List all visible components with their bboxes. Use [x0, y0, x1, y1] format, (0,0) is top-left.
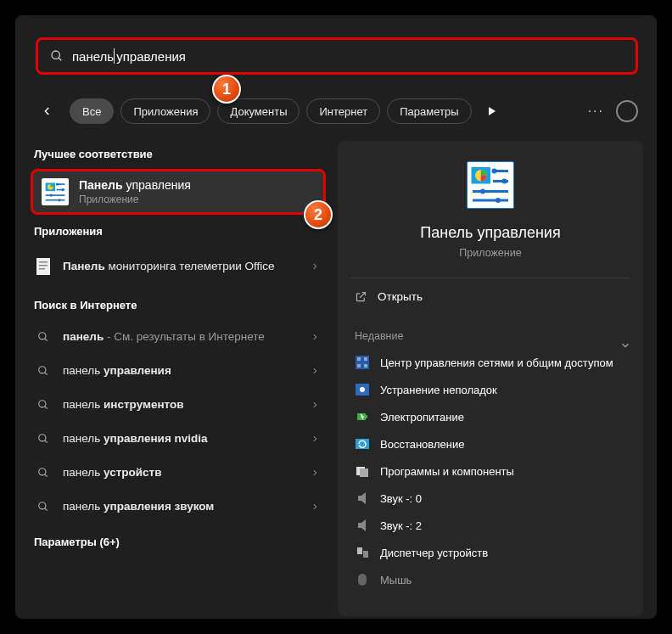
result-preview-panel: Панель управления Приложение Открыть Нед…: [338, 141, 643, 616]
app-result-office-telemetry[interactable]: Панель мониторинга телеметрии Office: [31, 246, 326, 287]
search-icon: [37, 467, 49, 479]
recent-item[interactable]: Программы и компоненты: [338, 457, 643, 485]
svg-rect-38: [473, 199, 508, 202]
recent-item-label: Устранение неполадок: [380, 384, 497, 396]
control-panel-icon-large: [467, 161, 514, 209]
search-icon: [50, 49, 64, 63]
results-left-column: Лучшее соответствие: [31, 141, 326, 557]
svg-line-18: [45, 339, 48, 341]
recent-item[interactable]: Диспетчер устройств: [338, 539, 643, 566]
web-search-header: Поиск в Интернете: [34, 299, 326, 311]
tab-apps[interactable]: Приложения: [120, 98, 210, 124]
best-match-result[interactable]: Панель управления Приложение: [31, 169, 326, 215]
open-label: Открыть: [378, 290, 423, 303]
web-result-label: панель устройств: [63, 466, 300, 480]
svg-point-39: [496, 198, 501, 203]
svg-rect-16: [39, 268, 45, 270]
recent-item[interactable]: Звук -: 0: [338, 485, 643, 512]
chevron-right-icon: [311, 331, 319, 343]
recent-item-label: Звук -: 2: [380, 519, 422, 532]
svg-rect-36: [473, 190, 508, 193]
annotation-badge-2: 2: [304, 200, 333, 229]
tab-web[interactable]: Интернет: [306, 98, 380, 124]
recent-item-label: Диспетчер устройств: [380, 547, 488, 559]
svg-rect-13: [36, 258, 50, 275]
recent-item[interactable]: Электропитание: [338, 403, 643, 430]
programs-icon: [355, 463, 370, 479]
web-result-5[interactable]: панель устройств: [31, 456, 326, 490]
best-match-header: Лучшее соответствие: [34, 148, 326, 160]
svg-rect-53: [363, 551, 368, 558]
recent-header: Недавние: [338, 315, 643, 349]
svg-line-22: [45, 407, 48, 409]
preview-title: Панель управления: [420, 224, 560, 242]
recent-item-label: Восстановление: [380, 438, 464, 451]
troubleshoot-icon: [355, 382, 370, 397]
recent-item[interactable]: Мышь: [338, 566, 643, 593]
tab-settings[interactable]: Параметры: [387, 98, 471, 124]
device-manager-icon: [355, 545, 370, 560]
recent-item[interactable]: Устранение неполадок: [338, 376, 643, 403]
recent-item[interactable]: Звук -: 2: [338, 512, 643, 539]
svg-rect-52: [357, 547, 362, 554]
search-icon: [37, 365, 49, 377]
svg-point-33: [492, 169, 497, 174]
best-match-title: Панель управления: [79, 178, 191, 192]
svg-rect-44: [364, 364, 367, 367]
web-result-2[interactable]: панель управления: [31, 354, 326, 388]
svg-point-19: [39, 367, 46, 373]
settings-results-header[interactable]: Параметры (6+): [34, 536, 326, 548]
svg-rect-54: [358, 574, 367, 586]
annotation-badge-1: 1: [212, 75, 241, 104]
document-icon: [34, 258, 53, 275]
svg-rect-48: [366, 415, 367, 418]
start-search-window: панельуправления 1 Все Приложения Докуме…: [15, 15, 657, 619]
svg-point-10: [50, 194, 53, 196]
power-icon: [355, 409, 370, 424]
open-icon: [355, 290, 367, 303]
svg-point-35: [502, 179, 507, 184]
sound-icon: [355, 518, 370, 533]
web-result-3[interactable]: панель инструментов: [31, 388, 326, 422]
web-result-label: панель управления звуком: [63, 500, 300, 514]
network-center-icon: [355, 355, 370, 370]
app-result-label: Панель мониторинга телеметрии Office: [63, 260, 300, 274]
svg-point-6: [56, 182, 59, 185]
recent-item[interactable]: Восстановление: [338, 430, 643, 457]
chevron-right-icon: [311, 501, 319, 513]
chevron-down-icon[interactable]: [619, 339, 631, 351]
svg-point-21: [39, 401, 46, 407]
recent-item[interactable]: Центр управления сетями и общим доступом: [338, 349, 643, 376]
svg-point-17: [39, 333, 46, 339]
search-input[interactable]: панельуправления: [36, 37, 638, 75]
svg-rect-41: [357, 357, 361, 361]
sound-icon: [355, 491, 370, 506]
chevron-right-icon: [311, 261, 319, 272]
open-action[interactable]: Открыть: [338, 278, 643, 315]
svg-rect-51: [360, 468, 368, 477]
web-result-1[interactable]: панель - См. результаты в Интернете: [31, 320, 326, 354]
search-query: панельуправления: [72, 48, 186, 64]
web-result-6[interactable]: панель управления звуком: [31, 490, 326, 524]
svg-line-24: [45, 440, 48, 443]
search-icon: [37, 433, 49, 445]
web-result-4[interactable]: панель управления nvidia: [31, 422, 326, 456]
search-icon: [37, 331, 49, 343]
svg-rect-11: [46, 199, 65, 201]
recent-item-label: Центр управления сетями и общим доступом: [380, 356, 613, 369]
more-options-button[interactable]: ···: [588, 104, 604, 119]
search-icon: [37, 501, 49, 513]
svg-point-25: [39, 468, 46, 475]
apps-header: Приложения: [34, 225, 326, 238]
svg-point-27: [39, 502, 46, 509]
back-button[interactable]: [36, 99, 59, 123]
svg-point-46: [360, 387, 365, 392]
svg-point-37: [480, 189, 485, 194]
svg-rect-42: [364, 357, 367, 361]
web-result-label: панель инструментов: [63, 398, 300, 412]
profile-avatar[interactable]: [616, 100, 638, 122]
tab-all[interactable]: Все: [70, 98, 114, 124]
svg-rect-9: [46, 194, 65, 196]
text-caret: [114, 48, 115, 64]
more-tabs-button[interactable]: [480, 99, 504, 123]
